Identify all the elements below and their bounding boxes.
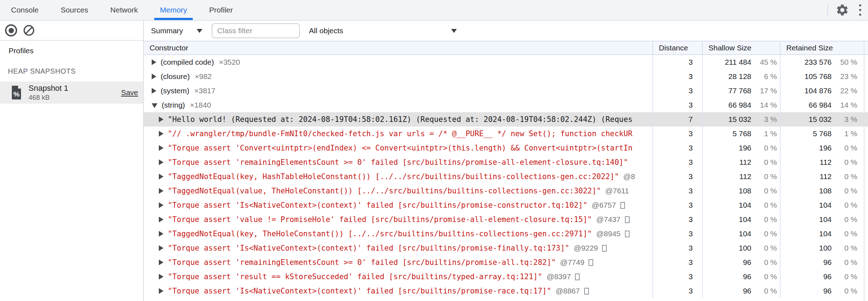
constructor-cell[interactable]: "TaggedNotEqual(value, TheHoleConstant()… bbox=[144, 184, 652, 198]
size-percent: 0 % bbox=[832, 258, 857, 267]
column-header-retained-size[interactable]: Retained Size bbox=[780, 41, 868, 54]
disclosure-triangle-icon[interactable] bbox=[159, 260, 163, 265]
constructor-cell[interactable]: (compiled code)×3520 bbox=[144, 55, 652, 69]
shallow-size-cell: 1960 % bbox=[702, 141, 780, 155]
string-value: "Torque assert 'Is<NativeContext>(contex… bbox=[168, 287, 551, 295]
distance-cell: 3 bbox=[652, 84, 702, 98]
string-value: "Torque assert 'Convert<uintptr>(endInde… bbox=[168, 144, 632, 152]
table-row[interactable]: (closure)×982328 1286 %105 76823 % bbox=[144, 69, 868, 84]
shallow-size-cell: 28 1286 % bbox=[702, 69, 780, 84]
column-header-constructor[interactable]: Constructor bbox=[144, 41, 652, 54]
clear-profiles-icon[interactable] bbox=[23, 24, 35, 36]
open-element-icon[interactable] bbox=[589, 259, 593, 266]
disclosure-triangle-icon[interactable] bbox=[159, 145, 163, 151]
disclosure-triangle-icon[interactable] bbox=[159, 188, 163, 194]
open-element-icon[interactable] bbox=[584, 288, 589, 295]
tab-memory[interactable]: Memory bbox=[154, 0, 193, 20]
size-percent: 0 % bbox=[751, 258, 777, 267]
perspective-select[interactable]: Summary bbox=[151, 26, 202, 35]
retained-size-cell: 1040 % bbox=[780, 227, 868, 241]
retained-size-cell: 66 98414 % bbox=[780, 98, 868, 112]
table-row[interactable]: (compiled code)×35203211 48445 %233 5765… bbox=[144, 55, 868, 69]
constructor-cell[interactable]: "Torque assert 'Convert<uintptr>(endInde… bbox=[144, 141, 652, 155]
open-element-icon[interactable] bbox=[620, 202, 625, 209]
disclosure-triangle-icon[interactable] bbox=[159, 131, 163, 137]
tab-sources[interactable]: Sources bbox=[55, 0, 94, 20]
save-snapshot-link[interactable]: Save bbox=[121, 88, 140, 97]
string-value: "Hello world! (Requested at: 2024-08-19T… bbox=[168, 115, 632, 124]
size-bytes: 112 bbox=[703, 172, 751, 181]
tab-profiler[interactable]: Profiler bbox=[203, 0, 239, 20]
constructor-cell[interactable]: "Torque assert 'result == kStoreSucceded… bbox=[144, 270, 652, 284]
more-options-kebab-icon[interactable] bbox=[852, 0, 868, 20]
open-element-icon[interactable] bbox=[575, 273, 580, 280]
constructor-cell[interactable]: "TaggedNotEqual(key, TheHoleConstant()) … bbox=[144, 227, 652, 241]
constructor-cell[interactable]: "Torque assert 'value != PromiseHole' fa… bbox=[144, 212, 652, 227]
column-header-shallow-size[interactable]: Shallow Size bbox=[702, 41, 780, 54]
size-percent: 0 % bbox=[751, 158, 777, 167]
profiles-pane-title: Profiles bbox=[0, 41, 143, 61]
constructor-cell[interactable]: "Torque assert 'remainingElementsCount >… bbox=[144, 155, 652, 169]
disclosure-triangle-icon[interactable] bbox=[159, 231, 163, 237]
distance-cell: 3 bbox=[652, 241, 702, 255]
disclosure-triangle-icon[interactable] bbox=[152, 103, 157, 108]
class-filter-input[interactable] bbox=[212, 23, 300, 38]
table-row[interactable]: "Torque assert 'value != PromiseHole' fa… bbox=[144, 212, 868, 227]
table-row[interactable]: "Torque assert 'Is<NativeContext>(contex… bbox=[144, 284, 868, 298]
table-row[interactable]: "Hello world! (Requested at: 2024-08-19T… bbox=[144, 112, 868, 127]
sidebar-item-snapshot-1[interactable]: % Snapshot 1 468 kB Save bbox=[0, 82, 143, 104]
table-row[interactable]: "Torque assert 'result == kStoreSucceded… bbox=[144, 270, 868, 284]
object-id: @7611 bbox=[605, 187, 629, 195]
open-element-icon[interactable] bbox=[602, 245, 607, 252]
disclosure-triangle-icon[interactable] bbox=[152, 88, 156, 94]
constructor-cell[interactable]: "// .wrangler/tmp/bundle-FmNIt0/checked-… bbox=[144, 127, 652, 141]
constructor-cell[interactable]: "Torque assert 'Is<NativeContext>(contex… bbox=[144, 241, 652, 255]
shallow-size-cell: 211 48445 % bbox=[702, 55, 780, 69]
open-element-icon[interactable] bbox=[625, 216, 630, 223]
table-row[interactable]: "Torque assert 'Is<NativeContext>(contex… bbox=[144, 241, 868, 255]
table-row[interactable]: "TaggedNotEqual(key, TheHoleConstant()) … bbox=[144, 227, 868, 241]
table-row[interactable]: "Torque assert 'Is<NativeContext>(contex… bbox=[144, 198, 868, 212]
table-row[interactable]: "Torque assert 'remainingElementsCount >… bbox=[144, 155, 868, 169]
constructor-cell[interactable]: "Torque assert 'Is<NativeContext>(contex… bbox=[144, 198, 652, 212]
disclosure-triangle-icon[interactable] bbox=[159, 274, 163, 280]
table-row[interactable]: "Torque assert 'Convert<uintptr>(endInde… bbox=[144, 141, 868, 155]
disclosure-triangle-icon[interactable] bbox=[159, 202, 163, 208]
constructor-cell[interactable]: "Hello world! (Requested at: 2024-08-19T… bbox=[144, 112, 652, 127]
svg-text:%: % bbox=[13, 90, 19, 98]
shallow-size-cell: 1040 % bbox=[702, 212, 780, 227]
string-value: "Torque assert 'value != PromiseHole' fa… bbox=[168, 215, 592, 224]
disclosure-triangle-icon[interactable] bbox=[159, 245, 163, 251]
constructor-cell[interactable]: (closure)×982 bbox=[144, 69, 652, 84]
table-row[interactable]: (system)×3817377 76817 %104 87622 % bbox=[144, 84, 868, 98]
size-bytes: 108 bbox=[703, 187, 751, 195]
disclosure-triangle-icon[interactable] bbox=[159, 159, 163, 165]
disclosure-triangle-icon[interactable] bbox=[159, 288, 163, 294]
table-row[interactable]: "// .wrangler/tmp/bundle-FmNIt0/checked-… bbox=[144, 127, 868, 141]
disclosure-triangle-icon[interactable] bbox=[152, 59, 156, 65]
column-header-distance[interactable]: Distance bbox=[652, 41, 702, 54]
disclosure-triangle-icon[interactable] bbox=[152, 74, 156, 79]
record-heap-snapshot-icon[interactable] bbox=[5, 24, 17, 36]
settings-gear-icon[interactable] bbox=[832, 0, 852, 20]
constructor-cell[interactable]: (system)×3817 bbox=[144, 84, 652, 98]
tab-console[interactable]: Console bbox=[5, 0, 44, 20]
table-row[interactable]: "Torque assert 'remainingElementsCount >… bbox=[144, 255, 868, 270]
distance-cell: 3 bbox=[652, 127, 702, 141]
constructor-name: (string) bbox=[162, 101, 185, 109]
disclosure-triangle-icon[interactable] bbox=[159, 117, 163, 122]
table-row[interactable]: "TaggedNotEqual(key, HashTableHoleConsta… bbox=[144, 169, 868, 184]
table-row[interactable]: "TaggedNotEqual(value, TheHoleConstant()… bbox=[144, 184, 868, 198]
constructor-cell[interactable]: (string)×1840 bbox=[144, 98, 652, 112]
string-value: "Torque assert 'remainingElementsCount >… bbox=[168, 258, 556, 267]
table-row[interactable]: (string)×1840366 98414 %66 98414 % bbox=[144, 98, 868, 112]
constructor-cell[interactable]: "Torque assert 'Is<NativeContext>(contex… bbox=[144, 284, 652, 298]
objects-filter-select[interactable]: All objects bbox=[304, 26, 457, 35]
disclosure-triangle-icon[interactable] bbox=[159, 217, 163, 222]
disclosure-triangle-icon[interactable] bbox=[159, 174, 163, 179]
open-element-icon[interactable] bbox=[625, 231, 630, 237]
constructor-cell[interactable]: "TaggedNotEqual(key, HashTableHoleConsta… bbox=[144, 169, 652, 184]
constructor-cell[interactable]: "Torque assert 'remainingElementsCount >… bbox=[144, 255, 652, 270]
retained-size-cell: 233 57650 % bbox=[780, 55, 868, 69]
tab-network[interactable]: Network bbox=[105, 0, 143, 20]
